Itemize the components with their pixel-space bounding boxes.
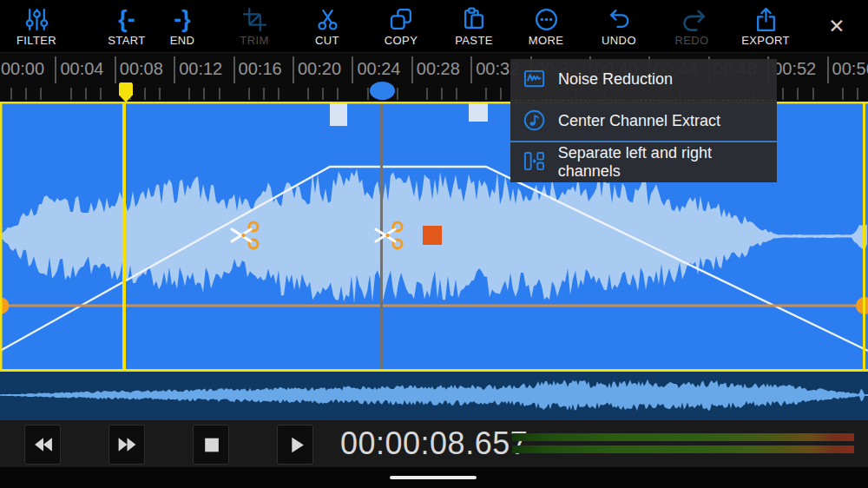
- ruler-tick: [307, 88, 309, 100]
- undo-arrow-icon: [607, 7, 632, 32]
- ruler-tick: [322, 88, 324, 100]
- ruler-tick: [263, 88, 265, 100]
- filter-button[interactable]: FILTER: [0, 5, 73, 47]
- more-menu: Noise ReductionCenter Channel ExtractSep…: [510, 59, 777, 182]
- toolbar-item-label: PASTE: [455, 34, 493, 47]
- stop-button[interactable]: [193, 425, 229, 465]
- selection-start-icon: {-: [118, 6, 135, 32]
- ruler-tick-label: 00:12: [179, 59, 222, 79]
- ruler-tick-label: 00:04: [60, 59, 103, 79]
- overview-strip[interactable]: [0, 372, 868, 420]
- close-icon[interactable]: ✕: [821, 12, 852, 40]
- rewind-icon: [32, 434, 54, 456]
- end-button[interactable]: -}END: [146, 5, 219, 47]
- overview-waveform: [0, 379, 868, 411]
- ruler-tick: [219, 88, 220, 100]
- ruler-tick: [797, 88, 799, 100]
- menu-item-noise-reduction[interactable]: Noise Reduction: [510, 59, 777, 100]
- cut-button[interactable]: CUT: [291, 5, 364, 47]
- toolbar-item-label: CUT: [315, 34, 339, 47]
- ruler-tick: [55, 56, 56, 83]
- ruler-tick: [812, 88, 814, 100]
- ruler-tick: [115, 56, 116, 83]
- equalizer-icon: [24, 7, 49, 32]
- play-icon: [285, 434, 306, 456]
- audio-editor-app: FILTER{-START-}ENDTRIMCUTCOPYPASTEMOREUN…: [0, 0, 868, 488]
- toolbar: FILTER{-START-}ENDTRIMCUTCOPYPASTEMOREUN…: [0, 0, 868, 52]
- trim-button[interactable]: TRIM: [218, 5, 291, 47]
- ruler-tick: [827, 56, 829, 83]
- clip-marker[interactable]: [423, 226, 442, 245]
- more-ellipsis-icon: [534, 7, 559, 32]
- ruler-tick: [278, 88, 279, 100]
- home-indicator[interactable]: [390, 476, 477, 479]
- ruler-tick-label: 00:24: [357, 59, 400, 79]
- stop-icon: [201, 434, 222, 456]
- ruler-tick: [441, 88, 443, 100]
- ruler-tick: [352, 56, 353, 83]
- menu-item-label: Separate left and right channels: [558, 144, 777, 181]
- menu-item-separate-left-and-right-channels[interactable]: Separate left and right channels: [510, 141, 777, 181]
- ruler-tick: [397, 88, 398, 100]
- redo-arrow-icon: [680, 7, 705, 32]
- toolbar-item-label: EXPORT: [741, 34, 790, 47]
- selection-border-left: [0, 102, 3, 372]
- paste-button[interactable]: PASTE: [437, 5, 510, 47]
- toolbar-item-label: REDO: [674, 34, 708, 47]
- menu-item-center-channel-extract[interactable]: Center Channel Extract: [510, 100, 777, 141]
- selection-start-line[interactable]: [122, 102, 126, 372]
- level-meter-right: [512, 445, 854, 453]
- ruler-tick: [159, 88, 161, 100]
- ruler-tick: [40, 88, 42, 100]
- toolbar-item-label: UNDO: [602, 34, 636, 47]
- paste-icon: [462, 7, 487, 32]
- transport-bar: 00:00:08.657: [0, 420, 868, 467]
- ruler-tick: [411, 56, 413, 83]
- split-channels-icon: [523, 150, 547, 174]
- ruler-tick: [174, 56, 175, 83]
- ruler-tick: [188, 88, 190, 100]
- ruler-tick: [485, 88, 487, 100]
- ruler-tick-label: 00:00: [1, 59, 44, 79]
- ruler-tick: [144, 88, 146, 100]
- ruler-tick: [842, 88, 844, 100]
- toolbar-item-label: END: [170, 34, 195, 47]
- export-button[interactable]: EXPORT: [729, 5, 802, 47]
- toolbar-item-label: COPY: [385, 34, 418, 47]
- toolbar-item-label: START: [108, 34, 145, 47]
- export-share-icon: [753, 7, 779, 32]
- ruler-tick: [25, 88, 27, 100]
- menu-item-label: Center Channel Extract: [558, 112, 720, 130]
- copy-icon: [389, 7, 414, 32]
- ruler-tick: [10, 88, 12, 100]
- trim-icon: [242, 7, 267, 32]
- ruler-tick: [857, 88, 858, 100]
- region-tab[interactable]: [469, 103, 488, 122]
- more-button[interactable]: MORE: [510, 5, 582, 47]
- selection-border-right[interactable]: [863, 102, 865, 372]
- ruler-tick: [293, 56, 294, 83]
- copy-button[interactable]: COPY: [365, 5, 437, 47]
- center-channel-icon: [523, 109, 547, 133]
- ruler-tick: [100, 88, 102, 100]
- toolbar-item-label: MORE: [529, 34, 564, 47]
- ruler-tick: [248, 88, 250, 100]
- scissors-icon: [315, 7, 340, 32]
- rewind-button[interactable]: [24, 425, 61, 465]
- ruler-tick: [367, 88, 369, 100]
- playhead-knob[interactable]: [370, 82, 395, 100]
- toolbar-item-label: FILTER: [16, 34, 56, 47]
- ruler-tick-label: 00:52: [773, 59, 816, 79]
- bottom-strip: [0, 467, 868, 488]
- ruler-tick-label: 00:56: [832, 59, 868, 79]
- ruler-tick: [470, 56, 472, 83]
- redo-button[interactable]: REDO: [655, 5, 728, 47]
- menu-item-label: Noise Reduction: [558, 70, 673, 89]
- ruler-tick: [203, 88, 205, 100]
- level-meter-left: [512, 433, 854, 441]
- play-button[interactable]: [277, 425, 313, 465]
- time-display: 00:00:08.657: [340, 420, 510, 467]
- fast-forward-button[interactable]: [108, 425, 145, 465]
- undo-button[interactable]: UNDO: [582, 5, 655, 47]
- region-tab[interactable]: [330, 103, 347, 126]
